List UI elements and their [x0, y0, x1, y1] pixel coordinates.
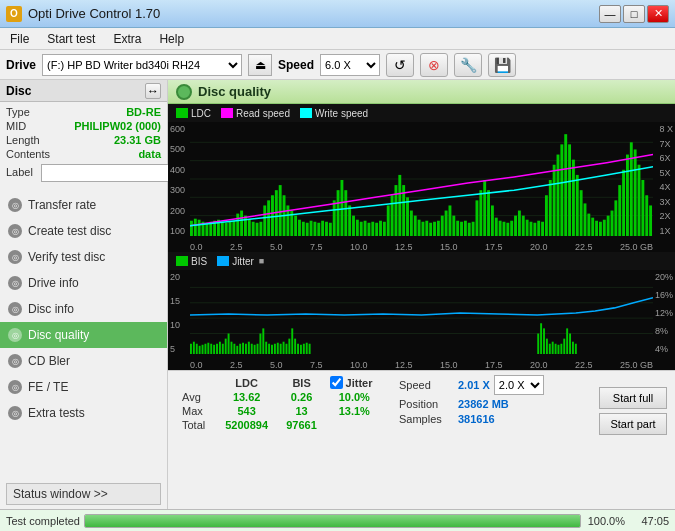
- start-full-button[interactable]: Start full: [599, 387, 667, 409]
- progress-bar: [84, 514, 581, 528]
- drive-label: Drive: [6, 58, 36, 72]
- svg-rect-119: [630, 142, 633, 236]
- svg-rect-96: [541, 222, 544, 236]
- y-right-2x: 2X: [659, 211, 673, 221]
- nav-disc-quality[interactable]: ◎ Disc quality: [0, 322, 167, 348]
- jitter-marker: ■: [259, 256, 264, 266]
- top-chart-svg: [190, 124, 653, 236]
- col-bis: BIS: [278, 375, 326, 390]
- svg-rect-61: [406, 197, 409, 236]
- nav-disc-info[interactable]: ◎ Disc info: [0, 296, 167, 322]
- y-label-500: 500: [170, 144, 185, 154]
- svg-rect-87: [506, 223, 509, 236]
- svg-rect-111: [599, 222, 602, 236]
- create-test-disc-icon: ◎: [8, 224, 22, 238]
- svg-rect-146: [239, 344, 241, 354]
- samples-row: Samples 381616: [399, 413, 583, 425]
- svg-rect-65: [422, 222, 425, 236]
- app-title: Opti Drive Control 1.70: [28, 6, 160, 21]
- svg-rect-36: [310, 221, 313, 236]
- x-label-0.0: 0.0: [190, 242, 203, 252]
- svg-rect-77: [468, 223, 471, 236]
- drive-select[interactable]: (F:) HP BD Writer bd340i RH24: [42, 54, 242, 76]
- menubar: File Start test Extra Help: [0, 28, 675, 50]
- label-input[interactable]: [41, 164, 174, 182]
- progress-time: 47:05: [629, 515, 669, 527]
- nav-items: ◎ Transfer rate ◎ Create test disc ◎ Ver…: [0, 192, 167, 426]
- max-label: Max: [176, 404, 216, 418]
- speed-label: Speed: [278, 58, 314, 72]
- maximize-button[interactable]: □: [623, 5, 645, 23]
- x2-label-22.5: 22.5: [575, 360, 593, 370]
- svg-rect-166: [297, 344, 299, 354]
- y2-right-12pct: 12%: [655, 308, 673, 318]
- svg-rect-133: [202, 345, 204, 354]
- refresh-button[interactable]: ↺: [386, 53, 414, 77]
- nav-fe-te[interactable]: ◎ FE / TE: [0, 374, 167, 400]
- close-button[interactable]: ✕: [647, 5, 669, 23]
- nav-extra-tests-label: Extra tests: [28, 406, 85, 420]
- nav-verify-test-disc[interactable]: ◎ Verify test disc: [0, 244, 167, 270]
- eject-button[interactable]: ⏏: [248, 54, 272, 76]
- disc-quality-icon: ◎: [8, 328, 22, 342]
- y2-label-5: 5: [170, 344, 180, 354]
- nav-transfer-rate[interactable]: ◎ Transfer rate: [0, 192, 167, 218]
- nav-disc-quality-label: Disc quality: [28, 328, 89, 342]
- contents-label: Contents: [6, 148, 50, 160]
- svg-rect-19: [244, 216, 247, 236]
- svg-rect-176: [552, 342, 554, 354]
- svg-rect-43: [337, 190, 340, 236]
- svg-rect-89: [514, 216, 517, 236]
- bottom-chart-xaxis: 0.0 2.5 5.0 7.5 10.0 12.5 15.0 17.5 20.0…: [190, 360, 653, 370]
- save-button[interactable]: 💾: [488, 53, 516, 77]
- avg-ldc: 13.62: [216, 390, 278, 404]
- read-speed-color-box: [221, 108, 233, 118]
- nav-disc-info-label: Disc info: [28, 302, 74, 316]
- options-button[interactable]: 🔧: [454, 53, 482, 77]
- speed-select[interactable]: 6.0 X: [320, 54, 380, 76]
- disc-refresh-icon[interactable]: ↔: [145, 83, 161, 99]
- y-label-600: 600: [170, 124, 185, 134]
- svg-rect-130: [193, 342, 195, 354]
- svg-rect-86: [503, 222, 506, 236]
- nav-drive-info-label: Drive info: [28, 276, 79, 290]
- svg-rect-121: [638, 165, 641, 236]
- position-value: 23862 MB: [458, 398, 509, 410]
- position-label: Position: [399, 398, 454, 410]
- nav-extra-tests[interactable]: ◎ Extra tests: [0, 400, 167, 426]
- svg-rect-40: [325, 222, 328, 236]
- x2-label-17.5: 17.5: [485, 360, 503, 370]
- svg-rect-73: [452, 216, 455, 236]
- legend-ldc: LDC: [176, 108, 211, 119]
- menu-extra[interactable]: Extra: [109, 31, 145, 47]
- avg-jitter: 10.0%: [326, 390, 383, 404]
- svg-rect-33: [298, 220, 301, 236]
- avg-label: Avg: [176, 390, 216, 404]
- nav-cd-bler[interactable]: ◎ CD Bler: [0, 348, 167, 374]
- nav-transfer-rate-label: Transfer rate: [28, 198, 96, 212]
- transfer-rate-icon: ◎: [8, 198, 22, 212]
- start-part-button[interactable]: Start part: [599, 413, 667, 435]
- speed-stat-value: 2.01 X: [458, 379, 490, 391]
- nav-create-test-disc[interactable]: ◎ Create test disc: [0, 218, 167, 244]
- svg-rect-15: [229, 222, 232, 236]
- menu-help[interactable]: Help: [155, 31, 188, 47]
- nav-drive-info[interactable]: ◎ Drive info: [0, 270, 167, 296]
- minimize-button[interactable]: —: [599, 5, 621, 23]
- left-panel: Disc ↔ Type BD-RE MID PHILIPW02 (000) Le…: [0, 80, 168, 509]
- menu-file[interactable]: File: [6, 31, 33, 47]
- svg-rect-55: [383, 222, 386, 236]
- disc-quality-title: Disc quality: [198, 84, 271, 99]
- svg-rect-162: [285, 344, 287, 354]
- jitter-color-box: [217, 256, 229, 266]
- status-window-button[interactable]: Status window >>: [6, 483, 161, 505]
- bottom-chart: 20 15 10 5 20% 16% 12% 8% 4%: [168, 270, 675, 370]
- speed-row: Speed 2.01 X 2.0 X: [399, 375, 583, 395]
- menu-start-test[interactable]: Start test: [43, 31, 99, 47]
- svg-rect-161: [283, 342, 285, 354]
- speed-stat-select[interactable]: 2.0 X: [494, 375, 544, 395]
- fe-te-icon: ◎: [8, 380, 22, 394]
- erase-button[interactable]: ⊗: [420, 53, 448, 77]
- top-chart: 600 500 400 300 200 100 8 X 7X 6X 5X 4X …: [168, 122, 675, 252]
- jitter-checkbox[interactable]: [330, 376, 343, 389]
